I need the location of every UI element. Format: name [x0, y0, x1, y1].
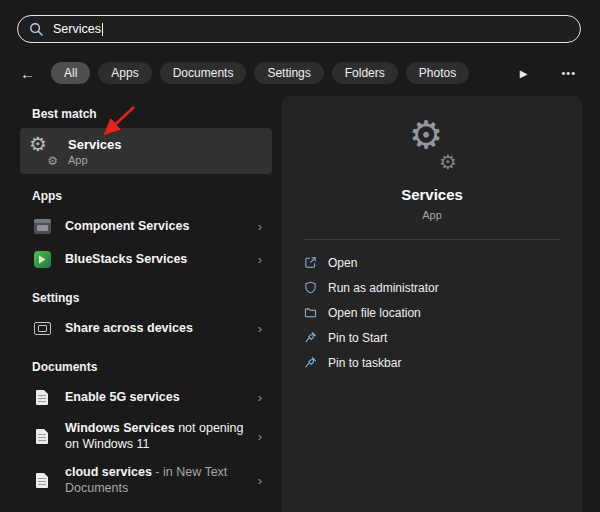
text-caret — [102, 23, 103, 36]
search-results-area: Best match ⚙⚙ Services App Apps Componen… — [18, 96, 582, 512]
document-icon — [32, 470, 52, 490]
search-input[interactable]: Services — [53, 22, 101, 36]
more-options-icon[interactable]: ••• — [561, 67, 576, 79]
section-heading-apps: Apps — [32, 189, 274, 203]
best-match-text: Services App — [68, 137, 122, 166]
list-item-label: Windows Services not opening on Windows … — [65, 420, 247, 453]
back-arrow-icon[interactable]: ← — [20, 65, 35, 82]
list-item-label: BlueStacks Services — [65, 251, 187, 267]
search-bar[interactable]: Services — [17, 15, 581, 43]
preview-title: Services — [401, 186, 463, 203]
tab-documents[interactable]: Documents — [160, 62, 247, 84]
chevron-right-icon[interactable]: › — [252, 473, 262, 488]
tab-apps[interactable]: Apps — [98, 62, 151, 84]
pin-icon — [304, 331, 317, 344]
shield-icon — [304, 281, 317, 294]
search-icon — [29, 22, 44, 37]
chevron-right-icon[interactable]: › — [252, 390, 262, 405]
results-list: Best match ⚙⚙ Services App Apps Componen… — [18, 96, 274, 512]
list-item-share-across-devices[interactable]: Share across devices › — [20, 312, 272, 345]
services-gear-icon: ⚙⚙ — [30, 138, 56, 164]
list-item-label: Enable 5G services — [65, 389, 180, 405]
chevron-right-icon[interactable]: › — [252, 321, 262, 336]
best-match-item-services[interactable]: ⚙⚙ Services App — [20, 128, 272, 174]
action-pin-to-start[interactable]: Pin to Start — [304, 325, 582, 350]
section-heading-best-match: Best match — [32, 107, 274, 121]
action-label: Open — [328, 256, 357, 270]
action-open[interactable]: Open — [304, 250, 582, 275]
preview-actions: Open Run as administrator Open file loca… — [282, 240, 582, 375]
action-label: Open file location — [328, 306, 421, 320]
best-match-subtitle: App — [68, 154, 122, 166]
action-label: Pin to Start — [328, 331, 387, 345]
chevron-right-icon[interactable]: › — [252, 429, 262, 444]
open-icon — [304, 256, 317, 269]
filter-tabs-row: ← All Apps Documents Settings Folders Ph… — [20, 60, 580, 86]
tab-folders[interactable]: Folders — [332, 62, 398, 84]
document-icon — [32, 426, 52, 446]
bluestacks-icon — [32, 250, 52, 270]
list-item-label: Component Services — [65, 218, 189, 234]
chevron-right-icon[interactable]: › — [252, 219, 262, 234]
list-item-label: Share across devices — [65, 320, 193, 336]
action-open-file-location[interactable]: Open file location — [304, 300, 582, 325]
document-icon — [32, 388, 52, 408]
list-item-component-services[interactable]: Component Services › — [20, 210, 272, 243]
share-devices-icon — [32, 319, 52, 339]
folder-icon — [304, 306, 317, 319]
list-item-cloud-services-doc[interactable]: cloud services - in New Text Documents › — [20, 458, 272, 502]
chevron-right-icon[interactable]: › — [252, 252, 262, 267]
tab-all[interactable]: All — [51, 62, 90, 84]
section-heading-settings: Settings — [32, 291, 274, 305]
list-item-bluestacks-services[interactable]: BlueStacks Services › — [20, 243, 272, 276]
best-match-title: Services — [68, 137, 122, 152]
section-heading-documents: Documents — [32, 360, 274, 374]
pin-icon — [304, 356, 317, 369]
list-item-windows-services-doc[interactable]: Windows Services not opening on Windows … — [20, 414, 272, 458]
preview-panel: ⚙⚙ Services App Open Run as administrato… — [282, 96, 582, 512]
action-label: Pin to taskbar — [328, 356, 401, 370]
action-label: Run as administrator — [328, 281, 439, 295]
tab-photos[interactable]: Photos — [406, 62, 469, 84]
services-gear-icon-large: ⚙⚙ — [405, 122, 459, 170]
play-icon[interactable]: ▶ — [520, 68, 528, 79]
component-services-icon — [32, 217, 52, 237]
action-run-as-administrator[interactable]: Run as administrator — [304, 275, 582, 300]
tab-settings[interactable]: Settings — [254, 62, 323, 84]
list-item-enable-5g-services[interactable]: Enable 5G services › — [20, 381, 272, 414]
list-item-label: cloud services - in New Text Documents — [65, 464, 247, 497]
preview-subtitle: App — [422, 209, 442, 221]
action-pin-to-taskbar[interactable]: Pin to taskbar — [304, 350, 582, 375]
